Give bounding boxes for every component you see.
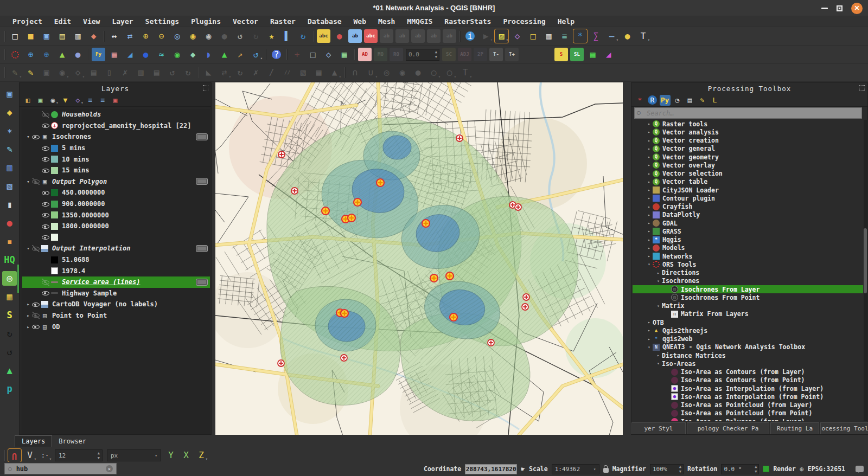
toolbox-item[interactable]: ▸CityJSON Loader [633,186,863,194]
move-features-button[interactable]: ⇄▾ [218,66,231,80]
layer-diagram-button[interactable]: ● [333,29,346,43]
split-parts-button[interactable]: // [280,66,294,80]
topological-editing-button[interactable]: Y [164,449,177,462]
ors-tools-button[interactable] [8,48,22,61]
enable-snapping-button[interactable]: U [8,449,21,462]
advanced-digitize-adj-button[interactable]: ADJ [458,48,471,61]
statistical-summary-button[interactable]: ∑ [589,29,603,43]
layer-row[interactable]: ▾▣Output Polygon [22,176,210,188]
menu-processing[interactable]: Processing [497,17,551,25]
open-project-button[interactable]: ■ [24,29,37,43]
expander-icon[interactable]: ▸ [24,313,32,318]
menu-mmqgis[interactable]: MMQGIS [401,17,438,25]
advanced-digitizing-toggle-button[interactable]: ◣ [202,66,215,80]
pin-labels-button[interactable]: ab [348,29,362,43]
toolbox-item[interactable]: ●Iso-Area as Interpolation (from Point) [633,393,863,401]
menu-database[interactable]: Database [302,17,348,25]
deselect-features-button[interactable]: □ [526,29,540,43]
layer-row[interactable]: ▸▤OD [22,321,210,332]
toolbox-item[interactable]: ▸DataPlotly [633,211,863,219]
menu-edit[interactable]: Edit [48,17,77,25]
zoom-next-button[interactable]: ↻ [249,29,263,43]
simplify-feature-button[interactable]: ✗ [249,66,263,80]
visibility-eye-icon[interactable] [42,111,49,118]
layout-manager-button[interactable]: ▥ [71,29,85,43]
zoom-to-layer-button[interactable]: ◉ [202,29,215,43]
expander-icon[interactable]: ▸ [646,138,653,143]
expander-icon[interactable]: ▸ [646,213,653,217]
undo-button[interactable]: ↺ [165,66,179,80]
toggle-editing-button[interactable]: ✎ [24,66,37,80]
messages-icon[interactable] [856,466,864,472]
toolbox-item[interactable]: ▸*qgis2web [633,335,863,343]
rasterstats-button[interactable]: ◢ [602,48,615,61]
filter-legend-button[interactable]: ▼ [60,95,71,106]
advanced-digitize-mo-button[interactable]: MO [374,48,387,61]
menu-mesh[interactable]: Mesh [372,17,401,25]
save-edits-button[interactable]: ▣ [40,66,53,80]
menu-project[interactable]: Project [7,17,48,25]
visibility-eye-icon[interactable] [32,245,40,252]
dock-tab-2[interactable]: Routing La [770,422,819,434]
r-scripts-button[interactable]: R [647,95,658,106]
add-spatialite-button[interactable]: ✎ [2,142,17,157]
toolbox-item[interactable]: ▸OTB [633,318,863,326]
snapping-unit-select[interactable]: px▾ [107,449,161,461]
toolbox-item[interactable]: ∷Matrix From Layers [633,310,863,318]
toolbox-item[interactable]: ▾ORS Tools [633,260,863,268]
identify-features-button[interactable]: i [463,29,477,43]
toolbox-item[interactable]: ▸Networks [633,252,863,260]
flag-tool-button[interactable]: ▲▾ [328,66,341,80]
redo-button[interactable]: ↻ [181,66,195,80]
layer-row[interactable]: 15 mins [22,165,210,176]
undo-plugin-button[interactable]: ↺ [2,345,17,359]
dock-tab-3[interactable]: ocessing Tool [820,422,868,434]
toolbox-item[interactable]: ▸Models [633,244,863,252]
profile-tool-button[interactable]: ↗ [233,48,247,61]
osm-search-button[interactable]: ◎ [2,271,17,286]
add-vector-layer-button[interactable]: ◆ [2,105,17,120]
locator-search[interactable]: ○ ✕ [4,463,117,474]
crs-status[interactable]: EPSG:32651 [808,465,845,473]
rotate-features-button[interactable]: ↻ [233,66,247,80]
mmqgis-button[interactable]: ▦ [337,48,351,61]
manage-map-themes-button[interactable]: ◉▾ [48,95,59,106]
menu-rasterstats[interactable]: RasterStats [438,17,497,25]
toolbox-search-input[interactable] [634,107,862,119]
expander-icon[interactable]: ▸ [24,301,32,307]
profile-plot-button[interactable]: ◢ [123,48,137,61]
coordinate-field[interactable]: 288743,1617820 [465,464,517,474]
toolbox-item[interactable]: ▾NQNEAT3 - Qgis Network Analysis Toolbox [633,343,863,351]
pan-map-button[interactable]: ↔ [107,29,121,43]
panel-dock-icon[interactable] [859,85,865,91]
field-calculator-button[interactable]: ≡ [558,29,571,43]
highlight-labels-button[interactable]: abc [364,29,378,43]
modify-attributes-button[interactable]: ▤ [87,66,100,80]
expander-icon[interactable]: ▸ [646,163,653,168]
show-hide-labels-button[interactable]: ab [427,29,441,43]
visibility-eye-icon[interactable] [42,290,49,297]
expander-icon[interactable]: ▾ [646,262,653,267]
advanced-digitize-t-minus-button[interactable]: T- [489,48,503,61]
chart-plugin-button[interactable]: ▪ [2,234,17,249]
filter-indicator-badge[interactable] [196,245,208,252]
layer-row[interactable]: 1350.0000000 [22,209,210,221]
tab-browser[interactable]: Browser [52,435,93,447]
layer-row[interactable]: ▾Output Interpolation [22,243,210,254]
layer-row[interactable]: 5 mins [22,143,210,154]
contour-plugin-button[interactable]: ◗ [202,48,215,61]
cut-features-button[interactable]: ✗ [118,66,132,80]
toolbox-item[interactable]: ●Iso-Area as Interpolation (from Layer) [633,384,863,393]
layer-row[interactable]: 1978.4 [22,265,210,276]
toolbox-item[interactable]: ▸QRaster tools [633,120,863,128]
toolbox-item[interactable]: ◎Isochrones From Layer [633,285,863,293]
menu-layer[interactable]: Layer [106,17,139,25]
toolbox-item[interactable]: ▸QVector selection [633,170,863,178]
toolbox-item[interactable]: Iso-Area as Contours (from Point) [633,376,863,384]
toolbox-item[interactable]: ▸QVector overlay [633,161,863,169]
layer-row[interactable]: Highway Sample [22,288,210,299]
panel-dock-icon[interactable] [203,85,208,91]
zoom-in-button[interactable]: ⊕ [139,29,152,43]
advanced-digitize-2p-button[interactable]: 2P [474,48,487,61]
menu-settings[interactable]: Settings [139,17,186,25]
